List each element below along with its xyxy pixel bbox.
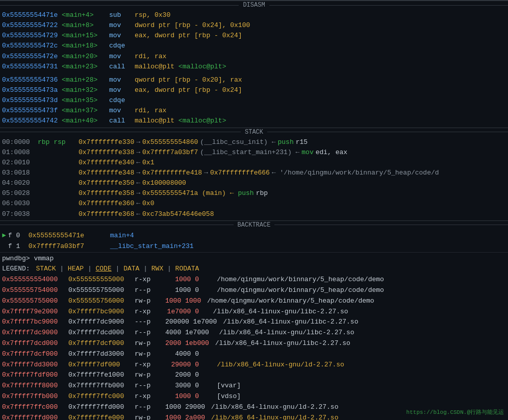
stack-line-6: 06:0030 0x7fffffffe360 ← 0x0 [0, 199, 508, 209]
disasm-line-11: 0x555555554742 <main+40> call malloc@plt… [0, 116, 508, 126]
watermark: https://blog.CSDN.@行路与能见运 [407, 408, 504, 416]
disasm-line-9: 0x55555555473d <main+35> cdqe [0, 95, 508, 106]
disasm-line-2: 0x555555554722 <main+8> mov dword ptr [r… [0, 20, 508, 31]
terminal-prompt-vmmap: pwndbg> vmmap [0, 254, 508, 264]
stack-line-0: 00:0000 rbp rsp 0x7fffffffe330 → 0x55555… [0, 137, 508, 147]
backtrace-header: BACKTRACE [0, 220, 508, 229]
disasm-line-10: 0x55555555473f <main+37> mov rdi, rax [0, 106, 508, 116]
vmmap-row-10: 0x7ffff7ff8000 0x7ffff7ffb000 r--p 3000 … [0, 381, 508, 391]
vmmap-row-7: 0x7ffff7dcf000 0x7ffff7dd3000 rw-p 4000 … [0, 349, 508, 360]
disasm-line-7: 0x555555554736 <main+28> mov qword ptr [… [0, 75, 508, 85]
stack-line-7: 07:0038 0x7fffffffe368 ← 0xc73ab5474646e… [0, 209, 508, 219]
disasm-header: DISASM [0, 1, 508, 9]
stack-line-3: 03:0018 0x7fffffffe348 → 0x7ffffffffe418… [0, 168, 508, 178]
vmmap-row-3: 0x7ffff79e2000 0x7ffff7bc9000 r-xp 1e700… [0, 307, 508, 317]
vmmap-row-6: 0x7ffff7dcd000 0x7ffff7dcf000 rw-p 2000 … [0, 338, 508, 349]
vmmap-row-8: 0x7ffff7dd3000 0x7ffff7df000 r-xp 29000 … [0, 360, 508, 370]
disasm-line-6: 0x555555554731 <main+23> call malloc@plt… [0, 62, 508, 72]
bt-line-0: ► f 0 0x55555555471e main+4 [0, 230, 508, 241]
stack-line-2: 02:0010 0x7fffffffe340 ← 0x1 [0, 158, 508, 168]
terminal-panel: pwndbg> vmmap LEGEND: STACK | HEAP | COD… [0, 252, 508, 420]
vmmap-row-2: 0x555555755000 0x555555756000 rw-p 1000 … [0, 296, 508, 307]
disasm-line-3: 0x555555554729 <main+15> mov eax, dword … [0, 31, 508, 41]
vmmap-row-1: 0x555555754000 0x555555755000 r--p 1000 … [0, 285, 508, 296]
backtrace-panel: BACKTRACE ► f 0 0x55555555471e main+4 f … [0, 220, 508, 252]
vmmap-row-9: 0x7ffff7fdf000 0x7ffff7fe1000 rw-p 2000 … [0, 370, 508, 381]
stack-line-5: 05:0028 0x7fffffffe358 → 0x55555555471a … [0, 188, 508, 199]
vmmap-row-5: 0x7ffff7dc9000 0x7ffff7dcd000 r--p 4000 … [0, 328, 508, 338]
legend-line: LEGEND: STACK | HEAP | CODE | DATA | RWX… [0, 264, 508, 275]
disasm-line-1: 0x55555554471e <main+4> sub rsp, 0x30 [0, 10, 508, 20]
stack-line-1: 01:0008 0x7fffffffe338 → 0x7ffff7a03bf7 … [0, 147, 508, 158]
disasm-line-5: 0x55555555472e <main+20> mov rdi, rax [0, 52, 508, 62]
disasm-line-8: 0x55555555473a <main+32> mov eax, dword … [0, 85, 508, 95]
stack-panel: STACK 00:0000 rbp rsp 0x7fffffffe330 → 0… [0, 128, 508, 219]
disasm-panel: DISASM 0x55555554471e <main+4> sub rsp, … [0, 0, 508, 127]
stack-line-4: 04:0020 0x7fffffffe350 ← 0x100008000 [0, 178, 508, 188]
bt-line-1: f 1 0x7ffff7a03bf7 __libc_start_main+231 [0, 241, 508, 252]
stack-header: STACK [0, 128, 508, 136]
vmmap-row-0: 0x555555554000 0x555555555000 r-xp 1000 … [0, 275, 508, 285]
vmmap-row-4: 0x7ffff7bc9000 0x7ffff7dc9000 ---p 20000… [0, 317, 508, 328]
vmmap-row-11: 0x7ffff7ffb000 0x7ffff7ffc000 r-xp 1000 … [0, 391, 508, 402]
disasm-line-4: 0x55555555472c <main+18> cdqe [0, 41, 508, 51]
